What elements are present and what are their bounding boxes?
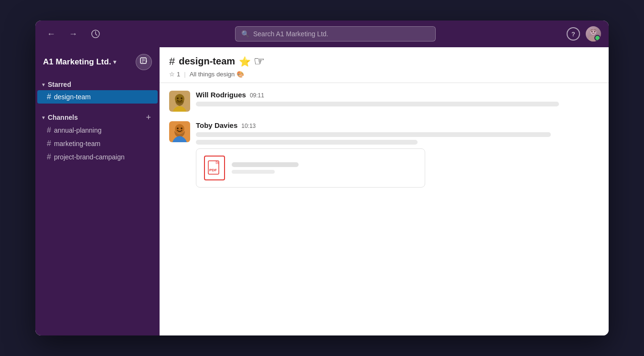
avatar-face <box>586 26 601 42</box>
hash-icon: # <box>47 139 51 148</box>
help-button[interactable]: ? <box>567 27 580 41</box>
file-info <box>232 162 299 174</box>
svg-point-2 <box>589 35 598 42</box>
forward-button[interactable]: → <box>65 27 81 41</box>
message-sender: Toby Davies <box>196 121 237 129</box>
compose-button[interactable] <box>136 54 152 70</box>
workspace-header[interactable]: A1 Marketing Ltd. ▾ <box>35 47 160 77</box>
channel-name-label: project-brand-campaign <box>54 153 125 161</box>
compose-icon <box>140 57 148 67</box>
message-sender: Will Rodrigues <box>196 91 246 99</box>
message-row: Will Rodrigues 09:11 <box>169 91 599 112</box>
toby-avatar <box>169 121 190 142</box>
svg-point-11 <box>177 97 179 99</box>
message-header: Will Rodrigues 09:11 <box>196 91 599 99</box>
message-body: Toby Davies 10:13 <box>196 121 599 188</box>
channel-name-label: design-team <box>54 93 91 101</box>
svg-text:PDF: PDF <box>209 168 217 172</box>
svg-point-15 <box>177 127 179 129</box>
channels-section-header[interactable]: ▼ Channels + <box>35 109 160 124</box>
channels-section-label: Channels <box>48 114 78 121</box>
channel-description: All things design 🎨 <box>190 71 244 78</box>
message-time: 09:11 <box>250 92 264 99</box>
channels-collapse-icon: ▼ <box>41 115 46 120</box>
back-button[interactable]: ← <box>43 27 59 41</box>
hash-icon: # <box>47 93 51 101</box>
file-attachment[interactable]: PDF <box>196 148 425 188</box>
search-bar[interactable]: 🔍 Search A1 Marketing Ltd. <box>235 26 436 42</box>
channel-title-row: # design-team ⭐ ☞ <box>169 54 599 69</box>
app-window: ← → 🔍 Search A1 Marketing Ltd. ? <box>35 21 609 335</box>
main-layout: A1 Marketing Ltd. ▾ <box>35 47 609 335</box>
cursor-icon: ☞ <box>254 54 265 69</box>
message-time: 10:13 <box>241 123 256 129</box>
message-content-line <box>196 132 551 137</box>
search-placeholder: Search A1 Marketing Ltd. <box>253 30 328 38</box>
channel-meta: ☆ 1 | All things design 🎨 <box>169 71 599 78</box>
add-channel-button[interactable]: + <box>145 113 152 122</box>
members-star-icon: ☆ <box>169 71 175 78</box>
svg-point-16 <box>181 127 182 129</box>
sidebar-item-project-brand-campaign[interactable]: # project-brand-campaign <box>37 150 158 164</box>
svg-point-12 <box>181 97 182 99</box>
starred-collapse-icon: ▼ <box>41 82 46 87</box>
members-count[interactable]: ☆ 1 <box>169 71 180 78</box>
hash-icon: # <box>47 153 51 161</box>
starred-section-label: Starred <box>48 81 71 88</box>
will-avatar <box>169 91 190 112</box>
channel-header: # design-team ⭐ ☞ ☆ 1 | All things desig… <box>160 47 609 83</box>
search-icon: 🔍 <box>241 30 249 38</box>
message-content-line-2 <box>196 140 418 145</box>
channel-name-label: annual-planning <box>54 126 102 134</box>
sidebar-item-marketing-team[interactable]: # marketing-team <box>37 137 158 150</box>
channel-name-label: marketing-team <box>54 140 100 147</box>
sidebar: A1 Marketing Ltd. ▾ <box>35 47 160 335</box>
sidebar-item-annual-planning[interactable]: # annual-planning <box>37 124 158 137</box>
hash-icon: # <box>47 126 51 135</box>
meta-divider: | <box>184 71 185 78</box>
workspace-name: A1 Marketing Ltd. ▾ <box>43 57 116 67</box>
star-icon[interactable]: ⭐ <box>239 56 251 67</box>
pdf-icon: PDF <box>204 156 225 180</box>
message-header: Toby Davies 10:13 <box>196 121 599 129</box>
message-row: Toby Davies 10:13 <box>169 121 599 188</box>
channel-title: design-team <box>179 56 235 67</box>
message-body: Will Rodrigues 09:11 <box>196 91 599 109</box>
channel-hash-symbol: # <box>169 55 175 68</box>
history-button[interactable] <box>87 27 104 41</box>
sidebar-item-design-team[interactable]: # design-team <box>37 90 158 104</box>
svg-point-3 <box>591 31 593 32</box>
file-size-line <box>232 170 275 174</box>
starred-section-header[interactable]: ▼ Starred <box>35 77 160 90</box>
user-avatar[interactable] <box>586 26 601 42</box>
content-area: # design-team ⭐ ☞ ☆ 1 | All things desig… <box>160 47 609 335</box>
top-bar: ← → 🔍 Search A1 Marketing Ltd. ? <box>35 21 609 47</box>
messages-area[interactable]: Will Rodrigues 09:11 <box>160 83 609 335</box>
svg-point-14 <box>175 124 184 134</box>
file-name-line <box>232 162 299 167</box>
workspace-chevron-icon: ▾ <box>113 59 116 65</box>
message-content-line <box>196 102 559 106</box>
svg-point-4 <box>594 31 596 32</box>
